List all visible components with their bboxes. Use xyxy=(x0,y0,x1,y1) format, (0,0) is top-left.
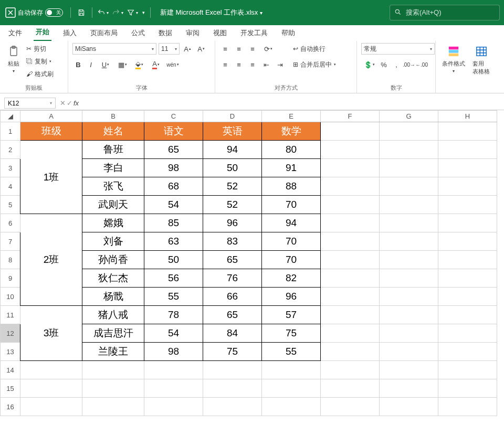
cell[interactable] xyxy=(321,343,380,361)
cell[interactable]: 70 xyxy=(262,196,321,214)
cell[interactable] xyxy=(438,232,497,251)
cell[interactable]: 1班 xyxy=(20,141,82,214)
cell[interactable] xyxy=(438,141,497,159)
cell[interactable] xyxy=(82,361,144,379)
cell[interactable] xyxy=(380,269,438,288)
filter-button[interactable]: ▾ xyxy=(125,5,140,20)
number-format-select[interactable]: 常规▾ xyxy=(361,43,435,55)
cell[interactable] xyxy=(438,398,497,416)
cancel-formula-icon[interactable]: ✕ xyxy=(60,99,66,107)
doc-title-chevron-icon[interactable]: ▾ xyxy=(260,10,262,16)
cell[interactable] xyxy=(380,122,438,141)
font-color-button[interactable]: A▾ xyxy=(148,59,164,70)
cell[interactable] xyxy=(321,232,380,251)
tab-data[interactable]: 数据 xyxy=(156,25,174,41)
cell[interactable] xyxy=(321,159,380,177)
cell[interactable] xyxy=(438,343,497,361)
cell[interactable]: 成吉思汗 xyxy=(82,324,144,343)
enter-formula-icon[interactable]: ✓ xyxy=(67,99,72,107)
cell[interactable] xyxy=(144,398,203,416)
tab-insert[interactable]: 插入 xyxy=(61,25,79,41)
cell[interactable] xyxy=(438,196,497,214)
cell[interactable]: 姓名 xyxy=(82,122,144,141)
cell[interactable] xyxy=(262,379,321,398)
cell[interactable] xyxy=(438,324,497,343)
cell[interactable]: 65 xyxy=(144,141,203,159)
cell[interactable]: 96 xyxy=(203,214,262,232)
cell[interactable]: 78 xyxy=(144,306,203,324)
name-box[interactable]: K12▾ xyxy=(4,98,56,109)
cell[interactable]: 82 xyxy=(262,269,321,288)
fx-icon[interactable]: fx xyxy=(74,99,79,107)
cell[interactable]: 嫦娥 xyxy=(82,214,144,232)
cell[interactable] xyxy=(321,361,380,379)
underline-button[interactable]: U▾ xyxy=(98,59,113,70)
redo-button[interactable]: ▾ xyxy=(110,5,125,20)
row-header[interactable]: 16 xyxy=(1,398,20,416)
align-center-button[interactable]: ≡ xyxy=(233,59,245,70)
cell[interactable] xyxy=(20,398,82,416)
col-header[interactable]: F xyxy=(321,111,380,122)
cell[interactable]: 75 xyxy=(262,324,321,343)
cell[interactable] xyxy=(144,379,203,398)
copy-button[interactable]: ⿻复制▾ xyxy=(26,56,54,67)
cell[interactable] xyxy=(144,361,203,379)
cell[interactable] xyxy=(380,398,438,416)
cell[interactable] xyxy=(321,398,380,416)
cell[interactable] xyxy=(380,306,438,324)
comma-button[interactable]: , xyxy=(391,59,402,70)
cell[interactable]: 52 xyxy=(203,196,262,214)
cell[interactable] xyxy=(321,306,380,324)
row-header[interactable]: 5 xyxy=(1,196,20,214)
tab-home[interactable]: 开始 xyxy=(34,24,51,41)
align-right-button[interactable]: ≡ xyxy=(247,59,258,70)
row-header[interactable]: 10 xyxy=(1,288,20,306)
cell[interactable]: 50 xyxy=(203,159,262,177)
cell[interactable]: 57 xyxy=(262,306,321,324)
cell[interactable] xyxy=(321,324,380,343)
row-header[interactable]: 12 xyxy=(1,324,20,343)
row-header[interactable]: 7 xyxy=(1,232,20,251)
decrease-font-button[interactable]: A▾ xyxy=(195,43,207,55)
cell[interactable]: 狄仁杰 xyxy=(82,269,144,288)
cell[interactable] xyxy=(203,361,262,379)
cell[interactable] xyxy=(262,361,321,379)
cell[interactable]: 96 xyxy=(262,288,321,306)
qat-customize[interactable]: ▾ xyxy=(140,5,147,20)
cell[interactable]: 班级 xyxy=(20,122,82,141)
tab-review[interactable]: 审阅 xyxy=(184,25,202,41)
col-header[interactable]: G xyxy=(380,111,438,122)
align-bottom-button[interactable]: ≡ xyxy=(247,43,258,55)
tab-devtools[interactable]: 开发工具 xyxy=(238,25,270,41)
cell[interactable]: 武则天 xyxy=(82,196,144,214)
row-header[interactable]: 1 xyxy=(1,122,20,141)
cell[interactable] xyxy=(380,361,438,379)
merge-center-button[interactable]: ⊞合并后居中▾ xyxy=(293,59,336,70)
row-header[interactable]: 8 xyxy=(1,251,20,269)
cell[interactable] xyxy=(321,251,380,269)
tab-view[interactable]: 视图 xyxy=(211,25,229,41)
cell[interactable]: 孙尚香 xyxy=(82,251,144,269)
undo-button[interactable]: ▾ xyxy=(96,5,110,20)
cell[interactable]: 李白 xyxy=(82,159,144,177)
cell[interactable]: 65 xyxy=(203,251,262,269)
cut-button[interactable]: ✂剪切 xyxy=(26,43,54,55)
cell[interactable] xyxy=(438,177,497,196)
autosave-toggle[interactable]: 自动保存 关 xyxy=(18,8,63,17)
col-header[interactable]: H xyxy=(438,111,497,122)
cell[interactable] xyxy=(380,324,438,343)
italic-button[interactable]: I xyxy=(85,59,97,70)
cell[interactable] xyxy=(380,196,438,214)
cell[interactable] xyxy=(380,343,438,361)
cell[interactable]: 94 xyxy=(203,141,262,159)
cell[interactable]: 76 xyxy=(203,269,262,288)
cell[interactable]: 83 xyxy=(203,232,262,251)
cell[interactable] xyxy=(438,251,497,269)
accounting-format-button[interactable]: 💲▾ xyxy=(361,59,377,70)
cell[interactable]: 70 xyxy=(262,232,321,251)
row-header[interactable]: 15 xyxy=(1,379,20,398)
cell[interactable] xyxy=(438,379,497,398)
cell[interactable]: 数学 xyxy=(262,122,321,141)
cell[interactable]: 54 xyxy=(144,196,203,214)
increase-decimal-button[interactable]: .00→ xyxy=(403,59,415,70)
